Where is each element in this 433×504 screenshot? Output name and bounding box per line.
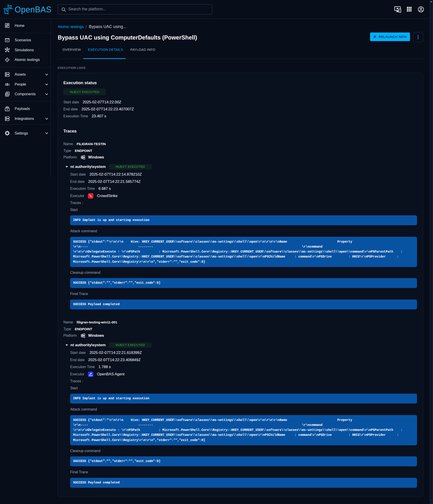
svg-text:AGENT: AGENT	[89, 375, 93, 376]
